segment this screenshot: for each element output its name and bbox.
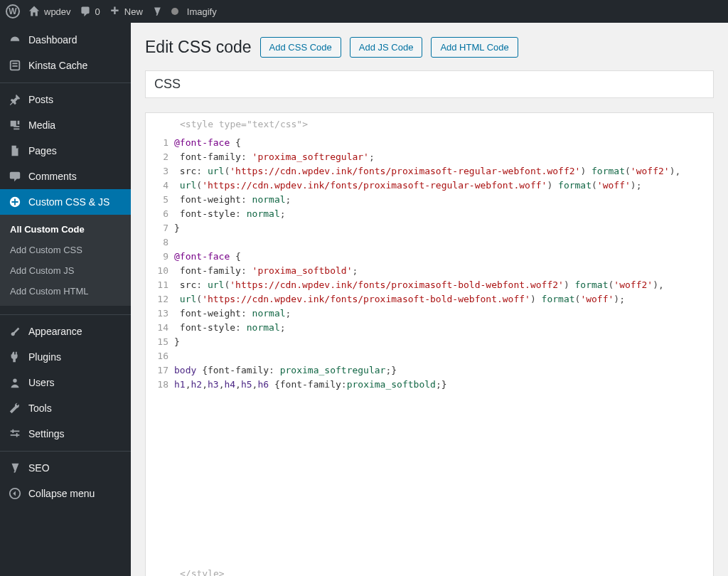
submenu-add-css[interactable]: Add Custom CSS <box>0 240 131 260</box>
site-name: wpdev <box>44 6 71 17</box>
wrench-icon <box>9 402 21 415</box>
menu-custom-css-js[interactable]: Custom CSS & JS <box>0 189 131 215</box>
collapse-icon <box>9 487 21 500</box>
line-gutter: 123456789101112131415161718 <box>146 136 174 392</box>
svg-rect-1 <box>12 63 17 64</box>
yoast-menu[interactable] <box>151 6 163 17</box>
comments-menu[interactable]: 0 <box>80 6 100 17</box>
imagify-menu[interactable]: Imagify <box>187 6 217 17</box>
menu-posts[interactable]: Posts <box>0 82 131 112</box>
site-menu[interactable]: wpdev <box>28 6 71 17</box>
sliders-icon <box>9 427 21 440</box>
kinsta-icon <box>9 59 21 72</box>
submenu-add-html[interactable]: Add Custom HTML <box>0 281 131 302</box>
user-icon <box>9 376 21 389</box>
submenu-add-js[interactable]: Add Custom JS <box>0 260 131 281</box>
title-bar: Edit CSS code Add CSS Code Add JS Code A… <box>145 37 714 58</box>
seo-icon <box>9 462 21 474</box>
code-editor[interactable]: <style type="text/css"> 1234567891011121… <box>145 112 714 576</box>
menu-comments[interactable]: Comments <box>0 164 131 189</box>
brush-icon <box>9 325 21 338</box>
comment-icon <box>80 6 91 17</box>
menu-media[interactable]: Media <box>0 112 131 138</box>
home-icon <box>28 6 40 17</box>
wordpress-icon: W <box>6 4 20 18</box>
new-menu[interactable]: New <box>109 6 143 17</box>
code-area[interactable]: @font-face { font-family: 'proxima_softr… <box>174 136 713 392</box>
menu-settings[interactable]: Settings <box>0 421 131 447</box>
svg-rect-2 <box>12 65 17 67</box>
imagify-label: Imagify <box>187 6 217 17</box>
add-html-button[interactable]: Add HTML Code <box>431 37 518 58</box>
menu-plugins[interactable]: Plugins <box>0 344 131 370</box>
dashboard-icon <box>9 33 21 46</box>
menu-kinsta[interactable]: Kinsta Cache <box>0 53 131 78</box>
submenu-all-code[interactable]: All Custom Code <box>0 219 131 240</box>
plus-icon <box>109 6 120 17</box>
menu-appearance[interactable]: Appearance <box>0 314 131 344</box>
pages-icon <box>9 144 21 157</box>
comments-count: 0 <box>95 6 100 17</box>
pin-icon <box>9 93 21 106</box>
wp-logo-menu[interactable]: W <box>6 4 20 18</box>
imagify-dot[interactable] <box>171 8 178 15</box>
add-js-button[interactable]: Add JS Code <box>350 37 423 58</box>
editor-open-tag: <style type="text/css"> <box>146 113 713 136</box>
page-title: Edit CSS code <box>145 38 252 57</box>
menu-dashboard[interactable]: Dashboard <box>0 27 131 53</box>
yoast-icon <box>151 6 163 17</box>
media-icon <box>9 119 21 132</box>
svg-point-4 <box>13 379 16 383</box>
comments-icon <box>9 170 21 183</box>
menu-tools[interactable]: Tools <box>0 395 131 421</box>
main-content: Edit CSS code Add CSS Code Add JS Code A… <box>131 23 728 576</box>
menu-users[interactable]: Users <box>0 370 131 395</box>
menu-collapse[interactable]: Collapse menu <box>0 481 131 506</box>
menu-pages[interactable]: Pages <box>0 138 131 164</box>
submenu-custom-css-js: All Custom Code Add Custom CSS Add Custo… <box>0 215 131 306</box>
add-css-button[interactable]: Add CSS Code <box>260 37 341 58</box>
title-input[interactable]: CSS <box>145 70 714 98</box>
editor-close-tag: </style> <box>146 562 713 576</box>
status-dot-icon <box>171 8 178 15</box>
admin-sidebar: Dashboard Kinsta Cache Posts Media Pages… <box>0 23 131 576</box>
new-label: New <box>124 6 143 17</box>
admin-bar: W wpdev 0 New Imagify <box>0 0 728 23</box>
plus-circle-icon <box>9 196 21 208</box>
plug-icon <box>9 351 21 363</box>
menu-seo[interactable]: SEO <box>0 451 131 481</box>
